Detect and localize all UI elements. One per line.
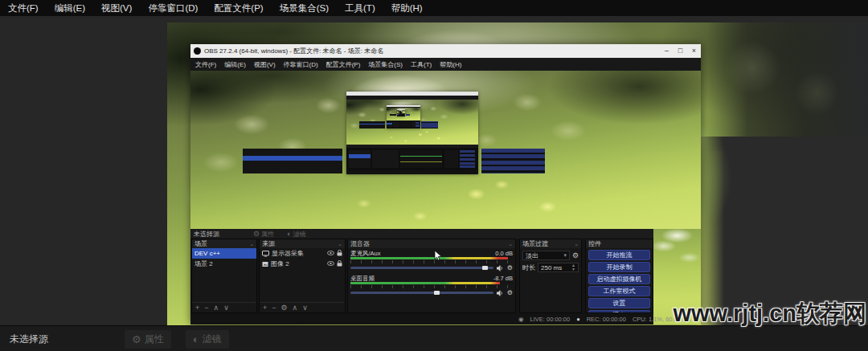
eye-icon[interactable] bbox=[327, 250, 334, 257]
recursive-preview bbox=[387, 108, 420, 120]
scenes-toolbar-button[interactable]: + bbox=[195, 304, 199, 312]
properties-button[interactable]: ⚙ 属性 bbox=[125, 330, 171, 349]
scenes-toolbar-button[interactable]: ∨ bbox=[223, 304, 229, 312]
transition-dock: 场景过渡 ⌄ 淡出 ▾ ⚙ 时长 250 ms ▲▼ bbox=[519, 239, 582, 313]
window-menu-item-帮助[interactable]: 帮助(H) bbox=[440, 60, 461, 69]
outer-menu-item-停靠窗口[interactable]: 停靠窗口(D) bbox=[140, 0, 206, 16]
outer-menu-item-工具[interactable]: 工具(T) bbox=[337, 0, 383, 16]
speaker-icon[interactable] bbox=[497, 265, 504, 271]
volume-meter bbox=[350, 257, 513, 259]
source-label: 显示器采集 bbox=[272, 249, 304, 258]
channel-gear-icon[interactable]: ⚙ bbox=[507, 289, 513, 296]
window-menu-item-文件[interactable]: 文件(F) bbox=[195, 60, 216, 69]
no-source-label: 未选择源 bbox=[10, 333, 48, 346]
mouse-cursor-icon bbox=[434, 250, 443, 264]
recursive-obs-window bbox=[397, 109, 406, 116]
window-menu-item-停靠窗口[interactable]: 停靠窗口(D) bbox=[284, 60, 318, 69]
volume-slider[interactable] bbox=[350, 267, 493, 269]
meter-ticks bbox=[350, 285, 513, 288]
scenes-list: DEV c++场景 2 bbox=[192, 248, 256, 269]
recursive-screen bbox=[397, 110, 406, 113]
window-menu-item-视图[interactable]: 视图(V) bbox=[254, 60, 276, 69]
eye-icon[interactable] bbox=[327, 260, 334, 267]
window-menu-item-工具[interactable]: 工具(T) bbox=[411, 60, 432, 69]
source-label: 图像 2 bbox=[271, 259, 289, 268]
outer-menu-item-配置文件[interactable]: 配置文件(P) bbox=[206, 0, 271, 16]
channel-label: 桌面音频 bbox=[350, 275, 375, 283]
scenes-toolbar-button[interactable]: − bbox=[204, 304, 208, 312]
volume-meter-fill bbox=[350, 257, 513, 259]
lock-icon[interactable] bbox=[337, 250, 342, 258]
window-menubar: 文件(F)编辑(E)视图(V)停靠窗口(D)配置文件(P)场景集合(S)工具(T… bbox=[190, 58, 701, 71]
window-menu-item-场景集合[interactable]: 场景集合(S) bbox=[368, 60, 403, 69]
duration-spinner[interactable]: 250 ms ▲▼ bbox=[538, 263, 579, 272]
sources-toolbar-button[interactable]: ⚙ bbox=[281, 304, 288, 312]
sources-toolbar-button[interactable]: ∨ bbox=[302, 304, 308, 312]
recursive-dock bbox=[393, 122, 400, 127]
scenes-toolbar-button[interactable]: ∧ bbox=[214, 304, 219, 312]
transition-gear-icon[interactable]: ⚙ bbox=[572, 251, 579, 259]
recursive-docks bbox=[387, 121, 420, 128]
slider-handle[interactable] bbox=[482, 266, 488, 270]
recursive-screen bbox=[190, 71, 701, 229]
filters-button[interactable]: ◐ 滤镜 bbox=[287, 230, 305, 239]
filter-icon: ◐ bbox=[193, 333, 199, 345]
transition-select[interactable]: 淡出 ▾ bbox=[522, 251, 570, 260]
control-button[interactable]: 开始录制 bbox=[588, 262, 650, 272]
recursive-dock bbox=[460, 150, 475, 167]
scene-item[interactable]: 场景 2 bbox=[192, 259, 256, 269]
source-item[interactable]: 显示器采集 bbox=[260, 248, 345, 259]
source-row-icons bbox=[327, 260, 342, 268]
channel-label: 麦克风/Aux bbox=[350, 250, 381, 258]
recursive-controls-panel bbox=[406, 114, 410, 116]
outer-menu-item-帮助[interactable]: 帮助(H) bbox=[383, 0, 431, 16]
source-item[interactable]: 图像 2 bbox=[260, 259, 345, 269]
window-menu-item-配置文件[interactable]: 配置文件(P) bbox=[326, 60, 361, 69]
recursive-controls-panel bbox=[481, 149, 545, 174]
window-title: OBS 27.2.4 (64-bit, windows) - 配置文件: 未命名… bbox=[204, 47, 383, 55]
control-button[interactable]: 工作室模式 bbox=[588, 286, 650, 296]
recursive-dock bbox=[416, 122, 420, 127]
recursive-dock bbox=[349, 150, 371, 167]
filter-icon: ◐ bbox=[287, 230, 291, 238]
slider-handle[interactable] bbox=[434, 291, 440, 295]
sources-dock-title: 来源 bbox=[262, 239, 275, 248]
close-button[interactable]: × bbox=[687, 44, 701, 58]
outer-menu-item-文件[interactable]: 文件(F) bbox=[0, 0, 47, 16]
scene-item[interactable]: DEV c++ bbox=[192, 248, 256, 259]
sources-toolbar-button[interactable]: ∧ bbox=[293, 304, 298, 312]
gear-icon: ⚙ bbox=[253, 230, 260, 238]
control-button[interactable]: 设置 bbox=[588, 298, 650, 308]
lock-icon[interactable] bbox=[337, 260, 342, 268]
minimize-button[interactable]: – bbox=[660, 44, 674, 58]
recursive-obs-window bbox=[400, 111, 401, 112]
sources-list: 显示器采集图像 2 bbox=[260, 248, 345, 269]
volume-slider[interactable] bbox=[350, 292, 493, 294]
scenes-dock: 场景 ⌄ DEV c++场景 2 +−∧∨ bbox=[191, 239, 257, 313]
maximize-button[interactable]: □ bbox=[674, 44, 687, 58]
outer-menu-item-编辑[interactable]: 编辑(E) bbox=[47, 0, 93, 16]
chevron-down-icon: ⌄ bbox=[249, 241, 254, 247]
sources-toolbar-button[interactable]: − bbox=[272, 304, 276, 312]
no-source-label: 未选择源 bbox=[194, 230, 219, 239]
channel-db-value: -8.7 dB bbox=[493, 275, 513, 282]
properties-button[interactable]: ⚙ 属性 bbox=[253, 230, 274, 239]
recursive-dock bbox=[411, 122, 415, 127]
speaker-icon[interactable] bbox=[497, 290, 504, 296]
gear-icon: ⚙ bbox=[132, 333, 141, 345]
sources-dock: 来源 ⌄ 显示器采集图像 2 +−⚙∧∨ bbox=[259, 239, 346, 313]
control-button[interactable]: 启动虚拟摄像机 bbox=[588, 274, 650, 284]
sources-toolbar-button[interactable]: + bbox=[263, 304, 267, 312]
control-button[interactable]: 开始推流 bbox=[588, 250, 650, 260]
outer-menu-item-视图[interactable]: 视图(V) bbox=[93, 0, 140, 16]
photo-dark-trees bbox=[707, 22, 868, 151]
preview-canvas bbox=[190, 71, 701, 229]
volume-meter bbox=[350, 282, 513, 284]
channel-gear-icon[interactable]: ⚙ bbox=[507, 264, 513, 271]
window-titlebar[interactable]: OBS 27.2.4 (64-bit, windows) - 配置文件: 未命名… bbox=[190, 44, 701, 58]
window-menu-item-编辑[interactable]: 编辑(E) bbox=[224, 60, 246, 69]
outer-menu-item-场景集合[interactable]: 场景集合(S) bbox=[272, 0, 337, 16]
recursive-dock-panel bbox=[359, 121, 385, 129]
filters-button[interactable]: ◐ 滤镜 bbox=[186, 330, 229, 349]
volume-slider-row: ⚙ bbox=[350, 264, 513, 271]
